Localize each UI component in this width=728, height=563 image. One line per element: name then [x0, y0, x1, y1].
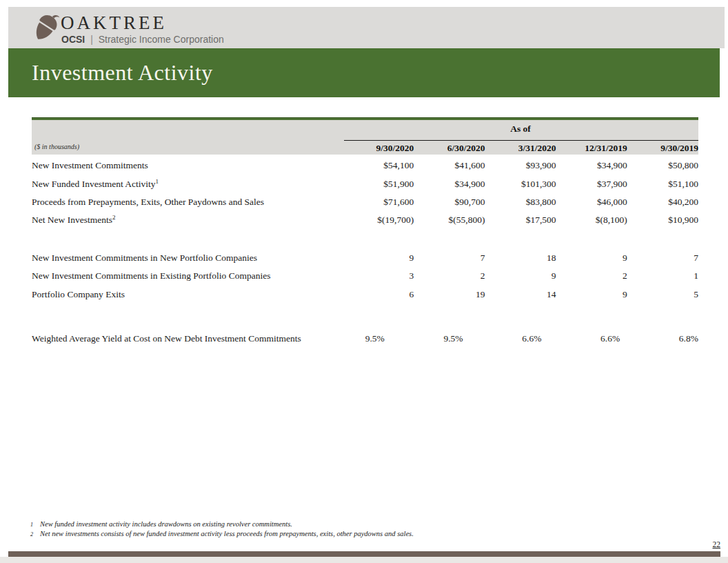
row-value: 9 [556, 289, 627, 300]
brand-descriptor: Strategic Income Corporation [99, 34, 224, 45]
row-label: New Funded Investment Activity1 [32, 179, 343, 190]
table-row: Proceeds from Prepayments, Exits, Other … [32, 193, 698, 211]
row-value: $51,900 [343, 179, 414, 190]
column-headers: 9/30/20206/30/20203/31/202012/31/20199/3… [343, 143, 698, 154]
column-header: 3/31/2020 [485, 143, 556, 154]
row-value: 2 [556, 270, 627, 282]
row-label: Net New Investments2 [32, 215, 343, 226]
table-row: Weighted Average Yield at Cost on New De… [32, 323, 698, 355]
row-value: 19 [414, 289, 485, 300]
row-value: 6.6% [463, 333, 542, 344]
as-of-label: As of [343, 124, 698, 135]
row-value: $(55,800) [414, 215, 485, 226]
row-value: $54,100 [343, 160, 414, 171]
row-value: 9.5% [385, 333, 463, 344]
row-value: $10,900 [627, 215, 698, 226]
row-value: $83,800 [485, 197, 556, 208]
footnote-text: New funded investment activity includes … [33, 520, 292, 529]
row-value: $46,000 [556, 197, 627, 208]
row-value: $(19,700) [343, 215, 414, 226]
row-value: 1 [627, 270, 698, 282]
slide-title: Investment Activity [32, 60, 213, 86]
brand-subtitle: OCSI | Strategic Income Corporation [61, 34, 224, 45]
column-header: 12/31/2019 [556, 143, 627, 154]
acorn-logo-icon [30, 10, 61, 45]
brand-unit: OCSI [61, 34, 85, 45]
table-row: New Investment Commitments$54,100$41,600… [32, 157, 698, 175]
footnotes: 1New funded investment activity includes… [30, 520, 665, 539]
row-value: 14 [485, 289, 556, 300]
row-value: 9 [485, 270, 556, 282]
row-value: $51,100 [627, 179, 698, 190]
row-value: 7 [414, 253, 485, 264]
row-value: 6.6% [541, 333, 620, 344]
table-row-group: Weighted Average Yield at Cost on New De… [32, 323, 698, 355]
footnote-marker: 1 [156, 177, 159, 184]
row-label: New Investment Commitments in New Portfo… [32, 253, 343, 264]
row-value: $93,900 [485, 160, 556, 171]
row-value: 7 [627, 253, 698, 264]
row-value: $34,900 [556, 160, 627, 171]
table-row-group: New Investment Commitments$54,100$41,600… [32, 157, 698, 230]
column-header: 9/30/2020 [343, 143, 414, 154]
units-label: ($ in thousands) [34, 143, 79, 150]
table-row: New Funded Investment Activity1$51,900$3… [32, 175, 698, 192]
row-value: 6 [343, 289, 414, 300]
row-value: $41,600 [414, 160, 485, 171]
row-label: Proceeds from Prepayments, Exits, Other … [32, 197, 343, 208]
column-header: 9/30/2019 [627, 143, 698, 154]
row-value: $37,900 [556, 179, 627, 190]
row-value: 9.5% [306, 333, 385, 344]
table-row: New Investment Commitments in Existing P… [32, 267, 698, 285]
row-value: $34,900 [414, 179, 485, 190]
brand-header-bar: OAKTREE OCSI | Strategic Income Corporat… [8, 7, 725, 48]
row-value: $50,800 [627, 160, 698, 171]
row-label: New Investment Commitments [32, 160, 343, 171]
brand-name: OAKTREE [61, 12, 167, 34]
row-value: 18 [485, 253, 556, 264]
table-row-group: New Investment Commitments in New Portfo… [32, 249, 698, 304]
as-of-underline [344, 140, 698, 141]
table-header: As of 9/30/20206/30/20203/31/202012/31/2… [32, 120, 698, 155]
row-value: 9 [343, 253, 414, 264]
row-value: $40,200 [627, 197, 698, 208]
row-value: $90,700 [414, 197, 485, 208]
row-value: $71,600 [343, 197, 414, 208]
table-row: New Investment Commitments in New Portfo… [32, 249, 698, 267]
footnote-text: Net new investments consists of new fund… [33, 529, 414, 539]
row-value: $101,300 [485, 179, 556, 190]
brand-separator: | [88, 34, 96, 45]
row-value: 6.8% [620, 333, 698, 344]
footer-accent-bar [8, 551, 720, 557]
investment-activity-table: As of 9/30/20206/30/20203/31/202012/31/2… [32, 117, 698, 355]
row-value: 3 [343, 270, 414, 282]
row-label: Portfolio Company Exits [32, 289, 343, 300]
footnote: 1New funded investment activity includes… [30, 520, 665, 529]
row-label: Weighted Average Yield at Cost on New De… [32, 333, 306, 344]
table-row: Portfolio Company Exits6191495 [32, 285, 698, 303]
row-value: 2 [414, 270, 485, 282]
table-row: Net New Investments2$(19,700)$(55,800)$1… [32, 211, 698, 229]
row-value: 5 [627, 289, 698, 300]
footnote: 2Net new investments consists of new fun… [30, 529, 665, 539]
row-value: $17,500 [485, 215, 556, 226]
row-value: $(8,100) [556, 215, 627, 226]
table-body: New Investment Commitments$54,100$41,600… [32, 155, 698, 355]
footnote-marker: 2 [112, 214, 116, 221]
row-label: New Investment Commitments in Existing P… [32, 270, 343, 282]
footer-bottom-strip [0, 557, 728, 563]
slide-title-bar: Investment Activity [8, 48, 720, 97]
column-header: 6/30/2020 [414, 143, 485, 154]
page-number: 22 [713, 540, 721, 549]
row-value: 9 [556, 253, 627, 264]
